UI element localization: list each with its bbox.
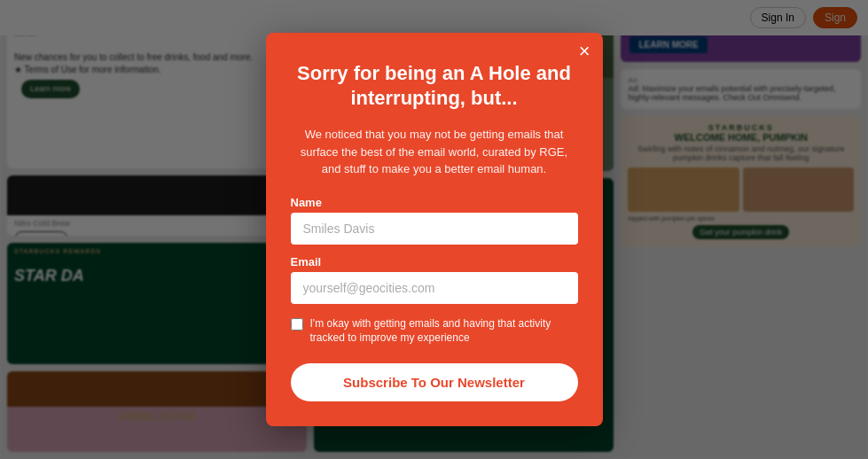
email-input[interactable] xyxy=(291,272,578,304)
name-form-group: Name xyxy=(291,196,578,245)
modal-subtitle: We noticed that you may not be getting e… xyxy=(291,126,578,178)
email-form-group: Email xyxy=(291,255,578,304)
consent-checkbox[interactable] xyxy=(291,318,303,331)
modal-overlay: × Sorry for being an A Hole and interrup… xyxy=(0,0,868,459)
subscribe-button[interactable]: Subscribe To Our Newsletter xyxy=(291,363,578,401)
name-input[interactable] xyxy=(291,213,578,245)
modal-close-button[interactable]: × xyxy=(579,42,590,61)
email-label: Email xyxy=(291,255,578,268)
consent-checkbox-row: I'm okay with getting emails and having … xyxy=(291,316,578,346)
modal-title: Sorry for being an A Hole and interrupti… xyxy=(291,61,578,112)
name-label: Name xyxy=(291,196,578,209)
newsletter-modal: × Sorry for being an A Hole and interrup… xyxy=(266,33,603,426)
consent-label: I'm okay with getting emails and having … xyxy=(310,316,578,346)
